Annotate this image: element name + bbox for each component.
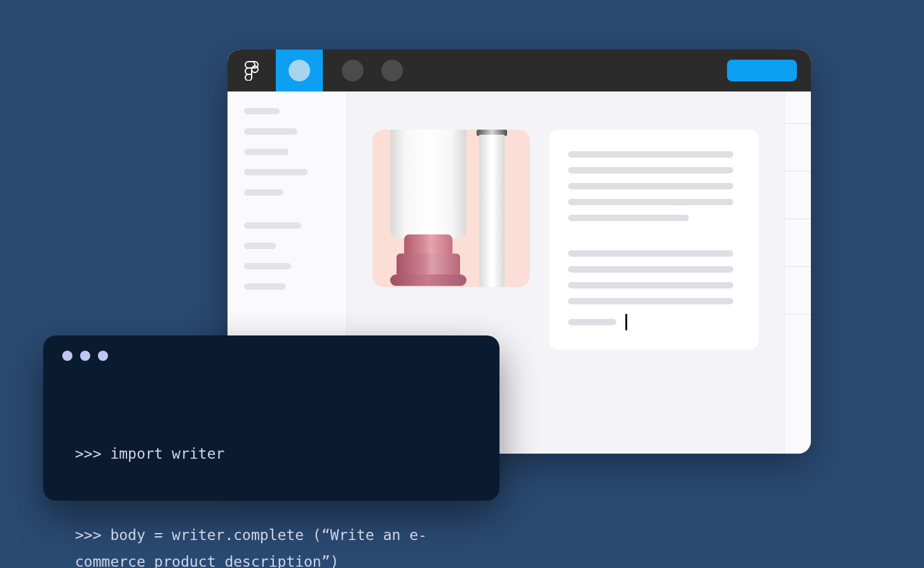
rail-divider [785, 219, 811, 219]
sidebar-item[interactable] [244, 189, 283, 196]
text-line [568, 199, 733, 205]
tab-active[interactable] [276, 50, 323, 91]
rail-divider [785, 266, 811, 267]
figma-logo-icon [244, 58, 259, 83]
maximize-icon[interactable] [98, 351, 108, 361]
sidebar-item[interactable] [244, 222, 301, 229]
tab-list [323, 50, 403, 91]
rail-divider [785, 314, 811, 314]
text-line [568, 319, 616, 325]
sidebar-item[interactable] [244, 108, 280, 114]
terminal-output: >>> import writer >>> body = writer.comp… [62, 386, 480, 568]
document-circle-icon [289, 60, 310, 81]
text-cursor-icon [625, 314, 627, 330]
text-line [568, 215, 689, 221]
text-line [568, 183, 733, 189]
text-line [568, 151, 733, 158]
terminal-window[interactable]: >>> import writer >>> body = writer.comp… [43, 335, 499, 501]
window-controls [62, 351, 480, 361]
terminal-line: >>> body = writer.complete (“Write an e-… [75, 522, 474, 568]
text-line [568, 266, 733, 273]
sidebar-item[interactable] [244, 149, 289, 155]
text-line [568, 167, 733, 173]
share-button[interactable] [727, 60, 797, 81]
sidebar-item[interactable] [244, 169, 308, 175]
tab-inactive[interactable] [381, 60, 403, 81]
rail-divider [785, 123, 811, 124]
rail-divider [785, 171, 811, 172]
cosmetic-tube-icon [390, 130, 466, 287]
properties-rail[interactable] [784, 91, 811, 454]
tab-inactive[interactable] [342, 60, 363, 81]
close-icon[interactable] [62, 351, 72, 361]
minimize-icon[interactable] [80, 351, 90, 361]
sidebar-item[interactable] [244, 283, 286, 290]
text-cursor-row [568, 314, 740, 330]
terminal-line: >>> import writer [75, 440, 474, 468]
text-content-frame[interactable] [549, 130, 759, 349]
app-menu-button[interactable] [228, 50, 276, 91]
text-line [568, 250, 733, 257]
product-image-frame[interactable] [372, 130, 530, 287]
text-line [568, 282, 733, 288]
sidebar-item[interactable] [244, 243, 276, 249]
sidebar-group-2 [244, 222, 330, 290]
sidebar-group-1 [244, 108, 330, 196]
text-line [568, 298, 733, 304]
cosmetic-pen-icon [477, 130, 507, 287]
titlebar [228, 50, 811, 91]
sidebar-item[interactable] [244, 263, 291, 269]
sidebar-item[interactable] [244, 128, 297, 135]
